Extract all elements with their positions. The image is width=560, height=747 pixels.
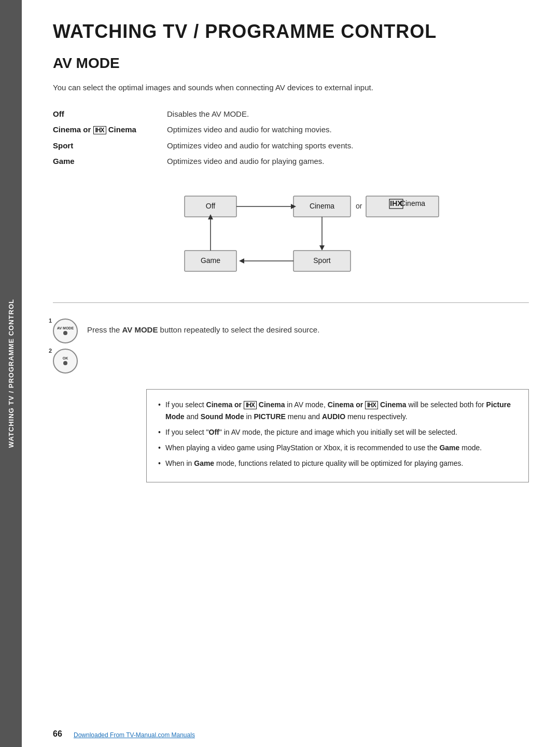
button-section: 1 AV MODE 2 OK Press the AV MODE butt xyxy=(53,319,529,374)
mode-row-sport: Sport Optimizes video and audio for watc… xyxy=(53,140,529,152)
page-number: 66 xyxy=(53,729,62,739)
diagram-sport-label: Sport xyxy=(313,256,331,264)
diagram-left-arrow xyxy=(239,258,244,264)
note-item-1: If you select Cinema or IHX Cinema in AV… xyxy=(158,399,517,424)
thx-badge-note1b: IHX xyxy=(365,401,378,409)
mode-desc-cinema: Optimizes video and audio for watching m… xyxy=(167,124,529,136)
mode-label-cinema: Cinema or IHX Cinema xyxy=(53,124,167,136)
note-item-3: When playing a video game using PlayStat… xyxy=(158,442,517,454)
mode-label-game: Game xyxy=(53,156,167,168)
section-divider xyxy=(53,302,529,303)
ok-button: OK xyxy=(53,349,78,374)
note-item-2: If you select "Off" in AV mode, the pict… xyxy=(158,426,517,439)
intro-text: You can select the optimal images and so… xyxy=(53,82,529,94)
ok-button-label: OK xyxy=(63,356,68,360)
note-item-4: When in Game mode, functions related to … xyxy=(158,458,517,470)
diagram-game-label: Game xyxy=(201,256,220,264)
mode-row-cinema: Cinema or IHX Cinema Optimizes video and… xyxy=(53,124,529,136)
step-1-number: 1 xyxy=(49,317,52,324)
diagram-off-label: Off xyxy=(206,201,216,210)
diagram-area: Off Cinema or IHX Cinema xyxy=(105,183,529,287)
diagram-cinema2-label: Cinema xyxy=(400,199,425,207)
mode-label-sport: Sport xyxy=(53,140,167,152)
mode-table: Off Disables the AV MODE. Cinema or IHX … xyxy=(53,108,529,168)
notes-list: If you select Cinema or IHX Cinema in AV… xyxy=(158,399,517,470)
download-link[interactable]: Downloaded From TV-Manual.com Manuals xyxy=(74,731,195,739)
mode-row-game: Game Optimizes video and audio for playi… xyxy=(53,156,529,168)
mode-row-off: Off Disables the AV MODE. xyxy=(53,108,529,120)
main-content: WATCHING TV / PROGRAMME CONTROL AV MODE … xyxy=(22,0,560,747)
mode-desc-game: Optimizes video and audio for playing ga… xyxy=(167,156,529,168)
diagram-or-text: or xyxy=(356,202,362,210)
mode-desc-sport: Optimizes video and audio for watching s… xyxy=(167,140,529,152)
notes-box: If you select Cinema or IHX Cinema in AV… xyxy=(146,389,529,483)
av-mode-button-dot xyxy=(63,331,67,335)
button-instruction: Press the AV MODE button repeatedly to s… xyxy=(87,319,529,336)
thx-badge-note1: IHX xyxy=(244,401,257,409)
av-mode-button-label: AV MODE xyxy=(57,326,74,330)
diagram-down-arrow xyxy=(319,245,325,251)
remote-buttons: 1 AV MODE 2 OK xyxy=(53,319,78,374)
mode-label-off: Off xyxy=(53,108,167,120)
sidebar: WATCHING TV / PROGRAMME CONTROL xyxy=(0,0,22,747)
section-title: AV MODE xyxy=(53,55,529,72)
ok-button-dot xyxy=(63,361,67,365)
sidebar-label: WATCHING TV / PROGRAMME CONTROL xyxy=(7,299,15,448)
diagram-cinema-label: Cinema xyxy=(310,201,334,210)
step-2-number: 2 xyxy=(49,348,52,354)
page-title: WATCHING TV / PROGRAMME CONTROL xyxy=(53,21,529,43)
av-mode-diagram: Off Cinema or IHX Cinema xyxy=(174,183,459,287)
av-mode-button: AV MODE xyxy=(53,319,78,343)
mode-desc-off: Disables the AV MODE. xyxy=(167,108,529,120)
thx-badge-1: IHX xyxy=(93,126,106,134)
